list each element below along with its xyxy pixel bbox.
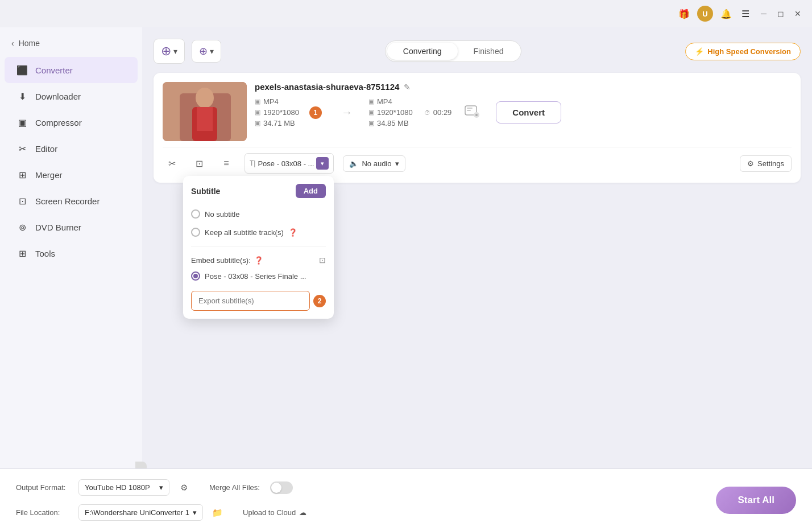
dropdown-title: Subtitle [191, 187, 220, 196]
export-input-row: 2 [191, 291, 326, 311]
file-location-value: F:\Wondershare UniConverter 1 [85, 508, 189, 517]
converter-icon: ⬛ [16, 64, 28, 76]
merge-files-toggle[interactable] [270, 481, 293, 494]
minimize-button[interactable]: ─ [759, 9, 769, 19]
sidebar-item-converter[interactable]: ⬛ Converter [5, 57, 138, 83]
export-subtitle-input[interactable] [191, 291, 310, 311]
dropdown-divider [191, 246, 326, 246]
close-button[interactable]: ✕ [793, 9, 803, 19]
svg-point-2 [196, 88, 214, 108]
audio-icon: 🔈 [349, 159, 358, 168]
keep-all-radio[interactable] [191, 228, 200, 237]
subtitle-text-icon: T| [250, 159, 255, 167]
high-speed-button[interactable]: ⚡ High Speed Conversion [685, 43, 801, 60]
src-resolution: ▣ 1920*1080 [255, 108, 299, 117]
cut-tool-button[interactable]: ✂ [163, 154, 181, 172]
dst-size: ▣ 34.85 MB [368, 119, 413, 127]
sidebar-collapse-button[interactable]: ‹ [135, 462, 147, 468]
home-label: Home [19, 39, 40, 48]
embed-row: Embed subtitle(s): ❓ ⊡ [191, 251, 326, 267]
file-card: pexels-anastasia-shuraeva-8751124 ✎ ▣ MP… [154, 73, 801, 183]
sidebar-item-merger[interactable]: ⊞ Merger [5, 162, 138, 188]
subtitle-selector[interactable]: T| Pose - 03x08 - ... ▾ [245, 153, 334, 174]
add-file-button[interactable]: ⊕ ▾ [154, 39, 185, 64]
output-format-label: Output Format: [16, 483, 73, 492]
add-subtitle-button[interactable]: Add [296, 184, 326, 198]
sidebar: ‹ Home ⬛ Converter ⬇ Downloader ▣ Compre… [0, 27, 142, 468]
step-badge-2: 2 [313, 295, 326, 307]
embed-subtitle-radio[interactable] [191, 271, 200, 281]
keep-all-help-icon[interactable]: ❓ [288, 228, 297, 237]
keep-all-label: Keep all subtitle track(s) [205, 228, 284, 237]
file-card-tools: ✂ ⊡ ≡ T| Pose - 03x08 - ... ▾ 🔈 No audio… [163, 147, 792, 174]
no-subtitle-option[interactable]: No subtitle [191, 205, 326, 223]
subtitle-selected-text: Pose - 03x08 - ... [258, 159, 314, 168]
duration-icon: ⏱ [424, 109, 430, 116]
sidebar-item-label-dvd-burner: DVD Burner [35, 223, 81, 232]
dst-size-icon: ▣ [368, 120, 374, 127]
crop-tool-button[interactable]: ⊡ [190, 154, 208, 172]
back-button[interactable]: ‹ Home [0, 34, 142, 57]
toolbar-left: ⊕ ▾ ⊕ ▾ [154, 39, 221, 64]
file-location-label: File Location: [16, 508, 73, 517]
subtitle-dropdown-arrow[interactable]: ▾ [316, 157, 329, 170]
settings-button[interactable]: ⚙ Settings [740, 155, 792, 172]
sidebar-item-dvd-burner[interactable]: ⊚ DVD Burner [5, 214, 138, 240]
subtitle-dropdown-panel: Subtitle Add No subtitle Keep all subtit… [183, 176, 334, 319]
dest-meta: ▣ MP4 ▣ 1920*1080 ▣ 34.85 MB [368, 97, 413, 127]
maximize-button[interactable]: ◻ [776, 9, 786, 19]
embed-edit-icon[interactable]: ⊡ [319, 256, 326, 265]
source-meta: ▣ MP4 ▣ 1920*1080 ▣ 34.71 MB [255, 97, 299, 127]
dropdown-header: Subtitle Add [191, 184, 326, 198]
downloader-icon: ⬇ [16, 90, 28, 102]
upload-cloud-button[interactable]: Upload to Cloud ☁ [243, 508, 306, 517]
add-files-arrow: ▾ [210, 47, 214, 56]
sidebar-item-compressor[interactable]: ▣ Compressor [5, 109, 138, 135]
convert-button[interactable]: Convert [496, 101, 561, 124]
embed-subtitle-label: Pose - 03x08 - Series Finale ... [205, 272, 306, 281]
file-location-select[interactable]: F:\Wondershare UniConverter 1 ▾ [78, 504, 203, 521]
sidebar-item-screen-recorder[interactable]: ⊡ Screen Recorder [5, 188, 138, 214]
add-file-icon: ⊕ [161, 44, 171, 59]
bell-icon[interactable]: 🔔 [720, 7, 732, 20]
output-format-arrow: ▾ [159, 483, 163, 492]
settings-label: Settings [757, 159, 784, 168]
keep-all-subtitles-option[interactable]: Keep all subtitle track(s) ❓ [191, 223, 326, 241]
svg-rect-6 [467, 108, 473, 109]
svg-rect-4 [197, 107, 213, 131]
audio-selector[interactable]: 🔈 No audio ▾ [343, 155, 405, 172]
effects-tool-button[interactable]: ≡ [217, 154, 235, 172]
add-files-icon: ⊕ [199, 45, 208, 57]
add-files-button[interactable]: ⊕ ▾ [192, 40, 221, 63]
no-subtitle-radio[interactable] [191, 209, 200, 219]
src-size: ▣ 34.71 MB [255, 119, 299, 127]
sidebar-item-label-tools: Tools [35, 249, 55, 258]
embed-help-icon[interactable]: ❓ [254, 256, 263, 265]
sidebar-item-tools[interactable]: ⊞ Tools [5, 240, 138, 266]
gift-icon[interactable]: 🎁 [678, 7, 690, 20]
duration-meta: ⏱ 00:29 [424, 108, 452, 117]
output-format-settings-icon[interactable]: ⚙ [175, 479, 192, 496]
file-location-arrow: ▾ [193, 508, 197, 517]
bottom-left: Output Format: YouTube HD 1080P ▾ ⚙ Merg… [16, 479, 693, 521]
edit-filename-icon[interactable]: ✎ [404, 83, 411, 92]
high-speed-label: High Speed Conversion [707, 47, 791, 56]
tab-finished[interactable]: Finished [458, 43, 520, 60]
bottom-bar: Output Format: YouTube HD 1080P ▾ ⚙ Merg… [0, 468, 812, 531]
menu-icon[interactable]: ☰ [739, 7, 752, 20]
tab-converting[interactable]: Converting [387, 43, 458, 60]
file-location-folder-icon[interactable]: 📁 [209, 504, 226, 521]
sidebar-item-editor[interactable]: ✂ Editor [5, 135, 138, 162]
file-card-top: pexels-anastasia-shuraeva-8751124 ✎ ▣ MP… [163, 82, 792, 141]
sidebar-item-downloader[interactable]: ⬇ Downloader [5, 83, 138, 109]
start-all-button[interactable]: Start All [716, 487, 796, 514]
embed-subtitle-option[interactable]: Pose - 03x08 - Series Finale ... [191, 267, 326, 285]
output-format-select[interactable]: YouTube HD 1080P ▾ [78, 479, 169, 496]
output-settings-icon[interactable] [464, 104, 480, 122]
back-arrow-icon: ‹ [11, 39, 14, 48]
merger-icon: ⊞ [16, 168, 28, 181]
avatar[interactable]: U [697, 6, 713, 22]
dst-format: ▣ MP4 [368, 97, 413, 106]
output-format-value: YouTube HD 1080P [85, 483, 150, 492]
main-content: ⊕ ▾ ⊕ ▾ Converting Finished ⚡ High Speed… [142, 27, 812, 468]
